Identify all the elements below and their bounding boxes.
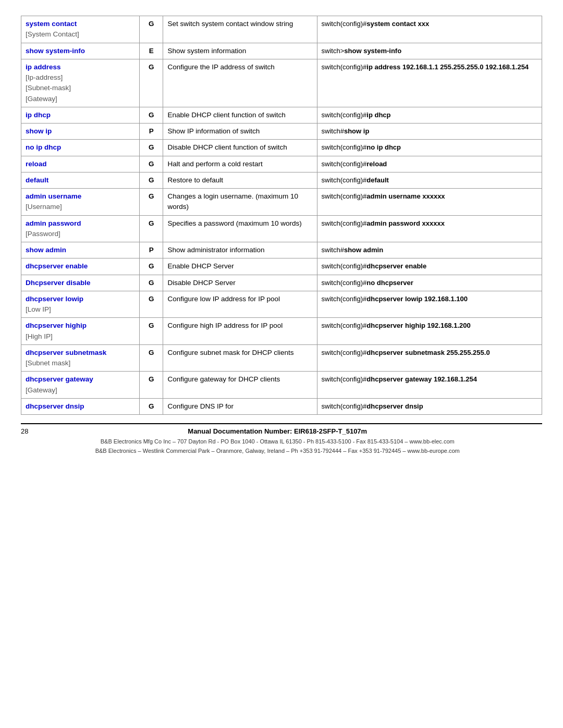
table-row: dhcpserver highip[High IP]GConfigure hig…: [21, 318, 542, 345]
command-example: switch(config)#dhcpserver gateway 192.16…: [317, 372, 542, 399]
command-example: switch(config)#dhcpserver dnsip: [317, 398, 542, 414]
command-name: default: [26, 176, 48, 184]
table-row: Dhcpserver disableGDisable DHCP Serversw…: [21, 275, 542, 291]
command-param: [Subnet-mask]: [26, 84, 71, 92]
command-mode: G: [140, 372, 163, 399]
table-row: defaultGRestore to defaultswitch(config)…: [21, 172, 542, 188]
command-name: dhcpserver lowip: [26, 295, 83, 303]
command-param: [Password]: [26, 230, 60, 238]
command-example: switch(config)#dhcpserver subnetmask 255…: [317, 344, 542, 372]
command-name: reload: [26, 160, 47, 168]
table-row: show ipPShow IP information of switchswi…: [21, 124, 542, 140]
command-mode: G: [140, 398, 163, 414]
table-row: dhcpserver dnsipGConfigure DNS IP forswi…: [21, 398, 542, 414]
command-name: admin password: [26, 219, 81, 227]
command-description: Changes a login username. (maximum 10 wo…: [163, 189, 317, 216]
table-row: dhcpserver lowip[Low IP]GConfigure low I…: [21, 291, 542, 318]
command-name: dhcpserver gateway: [26, 375, 93, 383]
command-description: Configure gateway for DHCP clients: [163, 372, 317, 399]
command-mode: G: [140, 107, 163, 123]
command-mode: G: [140, 140, 163, 156]
command-mode: E: [140, 43, 163, 59]
command-mode: G: [140, 318, 163, 345]
command-description: Configure high IP address for IP pool: [163, 318, 317, 345]
command-example: switch(config)#system contact xxx: [317, 16, 542, 43]
company-line2: B&B Electronics – Westlink Commercial Pa…: [28, 447, 527, 456]
command-mode: G: [140, 258, 163, 275]
command-name: admin username: [26, 192, 81, 200]
command-description: Configure low IP address for IP pool: [163, 291, 317, 318]
command-description: Set switch system contact window string: [163, 16, 317, 43]
command-param: [Gateway]: [26, 386, 57, 394]
command-param: [System Contact]: [26, 30, 79, 38]
command-mode: G: [140, 156, 163, 172]
command-description: Show IP information of switch: [163, 124, 317, 140]
command-name: show admin: [26, 246, 66, 254]
command-example: switch#show ip: [317, 124, 542, 140]
command-example: switch(config)#ip dhcp: [317, 107, 542, 123]
table-row: no ip dhcpGDisable DHCP client function …: [21, 140, 542, 156]
command-name: show system-info: [26, 47, 85, 55]
command-example: switch(config)#reload: [317, 156, 542, 172]
command-param: [High IP]: [26, 332, 53, 340]
command-example: switch(config)#no dhcpserver: [317, 275, 542, 291]
command-table: system contact[System Contact]GSet switc…: [21, 16, 542, 415]
command-name: no ip dhcp: [26, 143, 61, 151]
command-param: [Gateway]: [26, 95, 57, 103]
command-param: [Low IP]: [26, 305, 51, 313]
command-name: ip address: [26, 63, 61, 71]
command-name: dhcpserver enable: [26, 262, 88, 270]
table-row: system contact[System Contact]GSet switc…: [21, 16, 542, 43]
command-mode: G: [140, 59, 163, 107]
command-name: dhcpserver highip: [26, 322, 87, 329]
command-description: Restore to default: [163, 172, 317, 188]
command-description: Configure the IP address of switch: [163, 59, 317, 107]
command-example: switch(config)#dhcpserver highip 192.168…: [317, 318, 542, 345]
command-example: switch>show system-info: [317, 43, 542, 59]
table-row: dhcpserver enableGEnable DHCP Serverswit…: [21, 258, 542, 275]
command-example: switch(config)#admin password xxxxxx: [317, 215, 542, 242]
command-description: Show administrator information: [163, 242, 317, 258]
command-example: switch(config)#no ip dhcp: [317, 140, 542, 156]
command-name: Dhcpserver disable: [26, 279, 91, 287]
table-row: reloadGHalt and perform a cold restartsw…: [21, 156, 542, 172]
table-row: dhcpserver gateway[Gateway]GConfigure ga…: [21, 372, 542, 399]
page-number: 28: [21, 427, 28, 435]
command-mode: G: [140, 344, 163, 372]
command-mode: P: [140, 242, 163, 258]
table-row: show system-infoEShow system information…: [21, 43, 542, 59]
command-description: Halt and perform a cold restart: [163, 156, 317, 172]
command-param: [Subnet mask]: [26, 359, 70, 367]
command-name: show ip: [26, 127, 52, 135]
command-description: Show system information: [163, 43, 317, 59]
footer: 28 Manual Documentation Number: EIR618-2…: [21, 423, 542, 455]
table-row: show adminPShow administrator informatio…: [21, 242, 542, 258]
command-description: Configure subnet mask for DHCP clients: [163, 344, 317, 372]
command-mode: G: [140, 275, 163, 291]
doc-number: Manual Documentation Number: EIR618-2SFP…: [28, 427, 527, 435]
command-example: switch(config)#default: [317, 172, 542, 188]
command-example: switch(config)#dhcpserver lowip 192.168.…: [317, 291, 542, 318]
command-mode: G: [140, 16, 163, 43]
command-mode: P: [140, 124, 163, 140]
table-row: admin password[Password]GSpecifies a pas…: [21, 215, 542, 242]
command-name: dhcpserver subnetmask: [26, 349, 106, 356]
command-name: dhcpserver dnsip: [26, 402, 84, 410]
command-name: ip dhcp: [26, 111, 51, 119]
command-param: [Username]: [26, 203, 62, 211]
table-row: admin username[Username]GChanges a login…: [21, 189, 542, 216]
command-param: [Ip-address]: [26, 73, 63, 81]
command-example: switch(config)#admin username xxxxxx: [317, 189, 542, 216]
table-row: ip dhcpGEnable DHCP client function of s…: [21, 107, 542, 123]
command-example: switch(config)#ip address 192.168.1.1 25…: [317, 59, 542, 107]
command-mode: G: [140, 215, 163, 242]
table-row: dhcpserver subnetmask[Subnet mask]GConfi…: [21, 344, 542, 372]
command-name: system contact: [26, 20, 77, 28]
command-mode: G: [140, 189, 163, 216]
command-description: Disable DHCP Server: [163, 275, 317, 291]
command-mode: G: [140, 291, 163, 318]
command-example: switch(config)#dhcpserver enable: [317, 258, 542, 275]
command-description: Disable DHCP client function of switch: [163, 140, 317, 156]
command-mode: G: [140, 172, 163, 188]
command-description: Specifies a password (maximum 10 words): [163, 215, 317, 242]
